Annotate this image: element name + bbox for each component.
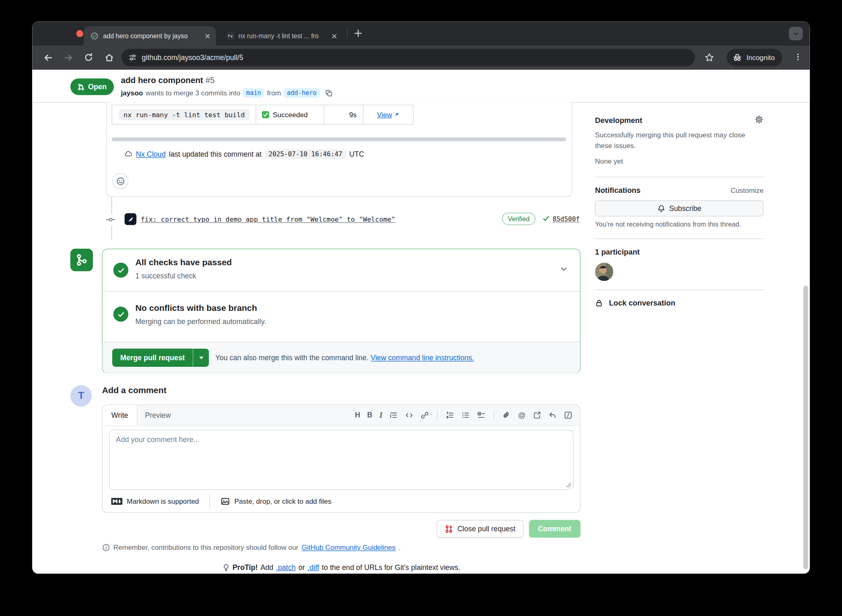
link-icon[interactable]	[421, 411, 429, 419]
none-yet: None yet	[595, 156, 623, 167]
tab-preview[interactable]: Preview	[145, 405, 171, 426]
pr-subtitle-text: wants to merge 3 commits into	[146, 89, 240, 97]
close-pull-request-button[interactable]: Close pull request	[436, 520, 523, 537]
chevron-down-icon[interactable]	[560, 265, 568, 273]
menu-dots-icon[interactable]	[793, 53, 802, 61]
lock-label: Lock conversation	[609, 299, 675, 307]
pr-number: #5	[206, 76, 215, 85]
development-text: Successfully merging this pull request m…	[595, 130, 756, 151]
comment-actions: Close pull request Comment	[102, 520, 581, 537]
paperclip-icon[interactable]	[502, 411, 511, 419]
markdown-note[interactable]: Markdown is supported	[111, 497, 199, 505]
home-icon[interactable]	[104, 53, 114, 63]
emoji-reaction-button[interactable]	[112, 173, 128, 189]
code-icon[interactable]	[405, 411, 414, 419]
comment-input[interactable]	[109, 430, 574, 490]
merge-pull-request-button[interactable]: Merge pull request	[112, 349, 209, 367]
checks-subtitle: 1 successful check	[135, 272, 196, 280]
pr-status-label: Open	[88, 83, 106, 91]
nx-cloud-link[interactable]: Nx Cloud	[136, 150, 166, 158]
forward-icon[interactable]	[63, 53, 74, 63]
site-controls-icon[interactable]	[128, 53, 137, 62]
git-pull-request-icon	[77, 83, 85, 90]
add-comment-heading: Add a comment	[102, 386, 167, 396]
conflicts-subtitle: Merging can be performed automatically.	[135, 317, 266, 326]
editor-tabs: Write Preview H B I	[102, 405, 580, 426]
pr-subtitle: jaysoo wants to merge 3 commits into mai…	[121, 88, 333, 98]
mention-icon[interactable]: @	[518, 411, 525, 419]
attach-files[interactable]: Paste, drop, or click to add files	[221, 497, 331, 506]
editor-toolbar: H B I	[355, 405, 572, 426]
ordered-list-icon[interactable]	[446, 411, 454, 419]
lock-conversation[interactable]: Lock conversation	[595, 299, 675, 307]
close-tab-icon[interactable]	[331, 32, 338, 39]
head-branch-chip[interactable]: add-hero	[284, 88, 320, 98]
participant-avatar[interactable]	[595, 263, 613, 281]
customize-link[interactable]: Customize	[731, 186, 763, 195]
git-commit-icon	[105, 214, 116, 225]
cli-instructions-link[interactable]: View command line instructions.	[370, 354, 474, 362]
commit-author-avatar[interactable]	[125, 213, 136, 225]
reply-icon[interactable]	[548, 411, 557, 419]
tab-strip: add hero component by jayso nx run-many …	[32, 21, 810, 46]
screen: add hero component by jayso nx run-many …	[0, 0, 842, 616]
bell-icon	[657, 204, 666, 213]
reload-icon[interactable]	[84, 53, 94, 63]
image-icon	[221, 497, 230, 506]
community-guidelines-link[interactable]: GitHub Community Guidelines	[302, 544, 396, 552]
table-horizontal-scrollbar[interactable]	[112, 137, 566, 141]
cross-reference-icon[interactable]	[533, 411, 541, 419]
comment-editor: Write Preview H B I	[102, 405, 581, 513]
merge-box: All checks have passed 1 successful chec…	[102, 249, 581, 373]
page-scrollbar-thumb[interactable]	[803, 286, 808, 570]
address-bar[interactable]: github.com/jaysoo3/acme/pull/5	[121, 49, 695, 66]
tasklist-icon[interactable]	[477, 411, 486, 419]
resize-grip[interactable]	[566, 482, 571, 488]
bold-icon[interactable]: B	[367, 412, 372, 419]
notifications-title: Notifications	[595, 186, 641, 195]
tab-pull-request[interactable]: add hero component by jayso	[84, 26, 216, 46]
subscribe-button[interactable]: Subscribe	[595, 200, 763, 216]
heading-icon[interactable]: H	[355, 412, 360, 419]
view-run-link[interactable]: View	[377, 111, 400, 119]
close-tab-icon[interactable]	[204, 32, 211, 39]
nx-timestamp: 2025-07-10 16:46:47	[265, 149, 346, 159]
copy-icon[interactable]	[325, 89, 333, 97]
quote-icon[interactable]	[389, 411, 398, 419]
check-status: Succeeded	[273, 111, 308, 119]
new-tab-icon[interactable]	[353, 28, 363, 38]
nx-favicon	[227, 32, 234, 39]
bookmark-star-icon[interactable]	[705, 53, 715, 63]
check-view-cell: View	[363, 105, 413, 124]
commit-sha-link[interactable]: 85d500f	[553, 215, 580, 223]
italic-icon[interactable]: I	[379, 411, 383, 419]
tab-write[interactable]: Write	[102, 405, 137, 426]
external-arrow-icon	[393, 112, 399, 118]
conflicts-title: No conflicts with base branch	[135, 303, 257, 313]
from-word: from	[267, 89, 281, 97]
comment-submit-button[interactable]: Comment	[529, 520, 581, 537]
base-branch-chip[interactable]: main	[243, 88, 264, 98]
back-icon[interactable]	[43, 53, 53, 63]
slash-command-icon[interactable]	[564, 411, 572, 419]
diff-link[interactable]: .diff	[308, 563, 319, 572]
pr-header: Open add hero component #5 jaysoo wants …	[32, 70, 810, 103]
tab-search-button[interactable]	[789, 27, 803, 40]
tab-title: add hero component by jayso	[103, 32, 202, 39]
check-table-row: nx run-many -t lint test build Succeeded…	[112, 105, 414, 125]
conflicts-section: No conflicts with base branch Merging ca…	[102, 291, 580, 342]
pr-author[interactable]: jaysoo	[121, 89, 143, 97]
patch-link[interactable]: .patch	[276, 563, 296, 572]
participants-title: 1 participant	[595, 248, 640, 256]
gear-icon[interactable]	[754, 115, 763, 124]
merge-options-dropdown[interactable]	[193, 349, 209, 367]
check-command: nx run-many -t lint test build	[119, 109, 250, 120]
unordered-list-icon[interactable]	[461, 411, 470, 419]
traffic-close-button[interactable]	[76, 30, 83, 37]
tab-nx-run[interactable]: nx run-many -t lint test ... fro	[219, 26, 342, 46]
notifications-note: You're not receiving notifications from …	[595, 221, 741, 228]
verified-badge[interactable]: Verified	[502, 213, 535, 225]
tab-title: nx run-many -t lint test ... fro	[238, 32, 328, 39]
commit-message-link[interactable]: fix: correct typo in demo app title from…	[141, 215, 395, 224]
nx-cloud-note: Nx Cloud last updated this comment at 20…	[124, 149, 364, 159]
